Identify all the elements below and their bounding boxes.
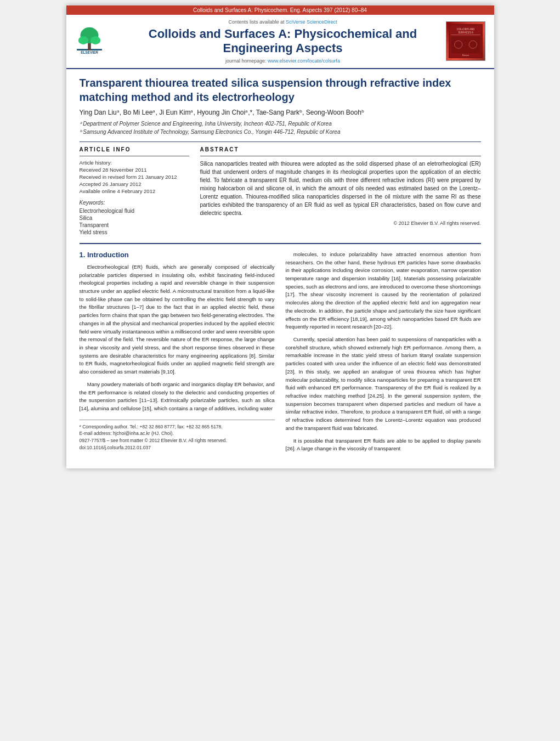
right-para1: molecules, to induce polarizability have… xyxy=(286,251,481,331)
info-abstract-section: ARTICLE INFO Article history: Received 2… xyxy=(80,146,481,236)
copyright-notice: © 2012 Elsevier B.V. All rights reserved… xyxy=(200,220,481,226)
section1-title: 1. Introduction xyxy=(80,251,275,259)
affiliation-b: ᵇ Samsung Advanced Institute of Technolo… xyxy=(80,128,481,136)
cover-svg: COLLOIDS AND SURFACES A Elsevier xyxy=(449,22,483,60)
body-divider xyxy=(80,243,481,244)
header-divider xyxy=(80,142,481,142)
footnote-issn: 0927-7757/$ – see front matter © 2012 El… xyxy=(80,437,275,444)
homepage-link[interactable]: www.elsevier.com/locate/colsurfa xyxy=(268,58,340,64)
journal-citation: Colloids and Surfaces A: Physicochem. En… xyxy=(193,7,367,13)
section1-para2: Many powdery materials of both organic a… xyxy=(80,381,275,413)
abstract-panel: ABSTRACT Silica nanoparticles treated wi… xyxy=(200,146,481,236)
section1-para1: Electrorheological (ER) fluids, which ar… xyxy=(80,263,275,376)
abstract-heading: ABSTRACT xyxy=(200,146,481,152)
journal-title-area: Contents lists available at SciVerse Sci… xyxy=(128,19,438,64)
journal-cover-image: COLLOIDS AND SURFACES A Elsevier xyxy=(446,21,485,61)
journal-page: Colloids and Surfaces A: Physicochem. En… xyxy=(66,5,494,468)
footnote-doi: doi:10.1016/j.colsurfa.2012.01.037 xyxy=(80,444,275,451)
elsevier-tree-icon: ELSEVIER xyxy=(73,26,106,56)
svg-text:ELSEVIER: ELSEVIER xyxy=(81,50,98,54)
keyword-2: Silica xyxy=(80,215,189,221)
journal-title: Colloids and Surfaces A: Physicochemical… xyxy=(149,27,417,56)
authors-line: Ying Dan Liuᵃ, Bo Mi Leeᵃ, Ji Eun Kimᵃ, … xyxy=(80,109,481,116)
elsevier-logo: ELSEVIER xyxy=(73,26,106,56)
history-label: Article history: xyxy=(80,160,189,166)
affiliation-a: ᵃ Department of Polymer Science and Engi… xyxy=(80,120,481,128)
journal-title-line2: Engineering Aspects xyxy=(223,41,342,55)
svg-text:COLLOIDS AND: COLLOIDS AND xyxy=(456,28,474,31)
right-para2: Currently, special attention has been pa… xyxy=(286,336,481,433)
svg-point-3 xyxy=(78,36,88,44)
journal-title-line1: Colloids and Surfaces A: Physicochemical… xyxy=(149,27,417,41)
right-para3: It is possible that transparent ER fluid… xyxy=(286,437,481,453)
accepted-date: Accepted 26 January 2012 xyxy=(80,181,189,187)
article-info-heading: ARTICLE INFO xyxy=(80,146,189,152)
keywords-section: Keywords: Electrorheological fluid Silic… xyxy=(80,200,189,235)
sciverse-link[interactable]: SciVerse ScienceDirect xyxy=(286,19,337,25)
journal-cover-area: COLLOIDS AND SURFACES A Elsevier xyxy=(444,19,488,64)
footnote-email: E-mail address: hjchoi@inha.ac.kr (HJ. C… xyxy=(80,430,275,437)
info-divider xyxy=(80,156,189,156)
homepage-text: journal homepage: xyxy=(225,58,268,64)
abstract-divider xyxy=(200,156,481,156)
svg-rect-12 xyxy=(451,37,480,54)
section1-body: Electrorheological (ER) fluids, which ar… xyxy=(80,263,275,413)
sciverse-line: Contents lists available at SciVerse Sci… xyxy=(228,19,337,25)
svg-text:SURFACES A: SURFACES A xyxy=(458,31,473,34)
received-date: Received 28 November 2011 xyxy=(80,167,189,173)
left-column: 1. Introduction Electrorheological (ER) … xyxy=(80,251,275,457)
journal-header: ELSEVIER Contents lists available at Sci… xyxy=(66,15,494,69)
keyword-1: Electrorheological fluid xyxy=(80,208,189,214)
revised-date: Received in revised form 21 January 2012 xyxy=(80,174,189,180)
article-title: Transparent thiourea treated silica susp… xyxy=(80,76,481,104)
footnote-corresponding: * Corresponding author. Tel.: +82 32 860… xyxy=(80,423,275,431)
top-bar: Colloids and Surfaces A: Physicochem. En… xyxy=(66,5,494,15)
keywords-label: Keywords: xyxy=(80,200,189,206)
authors-text: Ying Dan Liuᵃ, Bo Mi Leeᵃ, Ji Eun Kimᵃ, … xyxy=(80,109,364,116)
abstract-text: Silica nanoparticles treated with thiour… xyxy=(200,160,481,217)
section1-right-body: molecules, to induce polarizability have… xyxy=(286,251,481,453)
email-text: E-mail address: hjchoi@inha.ac.kr (HJ. C… xyxy=(80,431,174,436)
right-column: molecules, to induce polarizability have… xyxy=(286,251,481,457)
svg-point-4 xyxy=(90,36,100,44)
footnote-section: * Corresponding author. Tel.: +82 32 860… xyxy=(80,420,275,451)
sciverse-text: Contents lists available at xyxy=(228,19,286,25)
article-body: Transparent thiourea treated silica susp… xyxy=(66,69,494,468)
affiliations: ᵃ Department of Polymer Science and Engi… xyxy=(80,120,481,136)
keyword-3: Transparent xyxy=(80,222,189,228)
body-columns: 1. Introduction Electrorheological (ER) … xyxy=(80,251,481,457)
article-info-panel: ARTICLE INFO Article history: Received 2… xyxy=(80,146,189,236)
publisher-logo-area: ELSEVIER xyxy=(73,19,122,64)
svg-point-5 xyxy=(84,28,94,37)
journal-homepage: journal homepage: www.elsevier.com/locat… xyxy=(225,58,340,64)
available-date: Available online 4 February 2012 xyxy=(80,188,189,194)
keyword-4: Yield stress xyxy=(80,229,189,235)
svg-text:Elsevier: Elsevier xyxy=(462,54,469,56)
